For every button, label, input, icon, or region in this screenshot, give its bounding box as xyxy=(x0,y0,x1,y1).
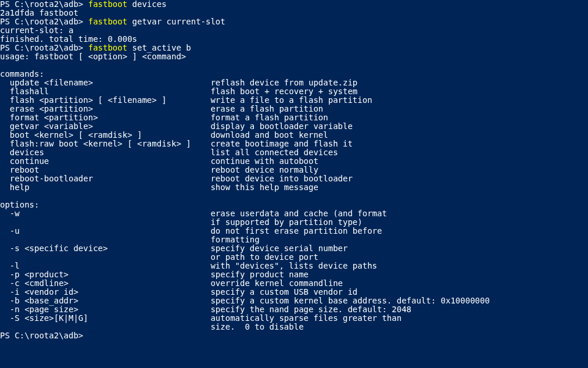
shell-prompt: PS C:\roota2\adb> xyxy=(0,331,88,340)
output-line: size. 0 to disable xyxy=(0,322,304,331)
output-line: erase <partition> erase a flash partitio… xyxy=(0,104,323,113)
output-line: -w erase userdata and cache (and format xyxy=(0,209,387,218)
output-line: -p <product> specify product name xyxy=(0,270,309,279)
shell-args: set_active b xyxy=(127,43,191,52)
output-line: finished. total time: 0.000s xyxy=(0,34,137,44)
output-line: if supported by partition type) xyxy=(0,217,363,227)
output-line: update <filename> reflash device from up… xyxy=(0,78,357,87)
output-line: current-slot: a xyxy=(0,26,73,35)
output-line: help show this help message xyxy=(0,183,318,192)
output-line: devices list all connected devices xyxy=(0,148,338,157)
output-line: -c <cmdline> override kernel commandline xyxy=(0,278,343,288)
output-line: continue continue with autoboot xyxy=(0,156,318,166)
output-line: 2a1dfda fastboot xyxy=(0,8,78,17)
output-line: commands: xyxy=(0,69,44,78)
output-line: -u do not first erase partition before xyxy=(0,226,382,235)
output-line: or path to device port xyxy=(0,252,318,262)
output-line: formatting xyxy=(0,235,260,244)
shell-command: fastboot xyxy=(88,43,127,52)
shell-args: devices xyxy=(127,0,166,9)
output-line: -S <size>[K|M|G] automatically sparse fi… xyxy=(0,313,401,323)
shell-prompt: PS C:\roota2\adb> xyxy=(0,0,88,9)
shell-prompt: PS C:\roota2\adb> xyxy=(0,43,88,52)
output-line: -n <page size> specify the nand page siz… xyxy=(0,305,411,314)
shell-args: getvar current-slot xyxy=(127,17,225,26)
output-line: -i <vendor id> specify a custom USB vend… xyxy=(0,287,357,296)
shell-command: fastboot xyxy=(88,0,127,9)
output-line: -b <base_addr> specify a custom kernel b… xyxy=(0,296,490,305)
output-line: usage: fastboot [ <option> ] <command> xyxy=(0,52,186,61)
output-line: flash <partition> [ <filename> ] write a… xyxy=(0,95,372,105)
output-line: reboot reboot device normally xyxy=(0,165,318,174)
output-line: reboot-bootloader reboot device into boo… xyxy=(0,174,353,183)
output-line: getvar <variable> display a bootloader v… xyxy=(0,122,353,131)
powershell-terminal[interactable]: PS C:\roota2\adb> fastboot devices 2a1df… xyxy=(0,0,588,368)
output-line: -l with "devices", lists device paths xyxy=(0,261,377,270)
output-line: boot <kernel> [ <ramdisk> ] download and… xyxy=(0,130,328,140)
output-line: format <partition> format a flash partit… xyxy=(0,113,328,122)
output-line: -s <specific device> specify device seri… xyxy=(0,244,347,253)
shell-command: fastboot xyxy=(88,17,127,26)
output-line: flashall flash boot + recovery + system xyxy=(0,87,357,96)
output-line: options: xyxy=(0,200,39,209)
output-line: flash:raw boot <kernel> [ <ramdisk> ] cr… xyxy=(0,139,353,148)
shell-prompt: PS C:\roota2\adb> xyxy=(0,17,88,26)
